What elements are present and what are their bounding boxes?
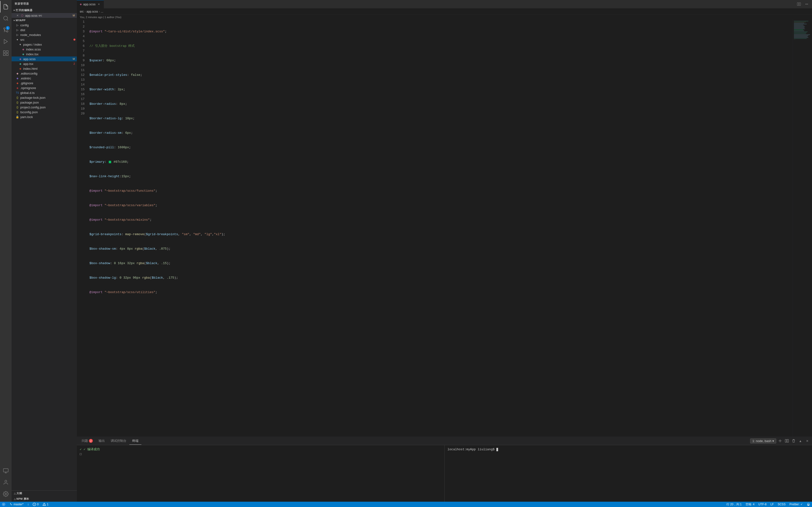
tab-close-btn[interactable]: ✕ [97,2,101,6]
tree-item-npmignore[interactable]: ◈ .npmignore [12,86,77,90]
code-line-7: $border-radius-lg: 10px; [89,116,406,121]
tree-label-npmignore: .npmignore [20,86,36,90]
code-line-11: $nav-link-height:15px; [89,174,406,179]
code-line-9: $rounded-pill: 1600px; [89,145,406,150]
line-num-20: 20 [79,111,85,116]
breadcrumb-app-scss[interactable]: app.scss [87,10,98,13]
activity-bar-explorer[interactable] [0,1,12,12]
open-editors-chevron: ▾ [13,9,15,12]
tree-label-index-scss: index.scss [26,48,41,51]
tree-item-app-tsx[interactable]: ◈ app.tsx 2 [12,61,77,66]
tree-item-pages-index[interactable]: ▾ pages / index [12,42,77,47]
activity-bar-run[interactable] [0,36,12,47]
close-editor-btn[interactable]: ✕ [15,13,19,17]
svg-point-0 [4,16,7,20]
tree-label-config: config [20,23,29,27]
tree-label-index-tsx: index.tsx [26,52,39,56]
tree-label-editorconfig: .editorconfig [20,72,38,75]
code-line-3: $spacer: 60px; [89,58,406,63]
file-icon-package-json: {} [15,101,19,104]
file-icon-editorconfig: ◈ [15,71,19,75]
open-editor-path: src [39,14,42,17]
code-line-13: @import "~bootstrap/scss/variables"; [89,203,406,208]
file-icon-index-html: ◈ [18,67,22,70]
tree-item-gitignore[interactable]: ◈ .gitignore [12,80,77,86]
code-content[interactable]: @import "~taro-ui/dist/style/index.scss"… [89,19,406,253]
code-line-14: @import "~bootstrap/scss/mixins"; [89,218,406,222]
svg-rect-5 [3,51,5,53]
tree-item-config[interactable]: ▷ config [12,23,77,27]
tree-item-eslintrc[interactable]: ◈ .eslintrc [12,76,77,80]
breadcrumb-more[interactable]: ... [101,10,103,13]
line-num-9: 9 [79,58,85,63]
file-icon-npmignore: ◈ [15,86,19,90]
tree-item-package-json[interactable]: {} package.json [12,100,77,105]
code-editor[interactable]: 1 2 3 4 5 6 7 8 9 10 11 12 13 14 15 16 1… [77,19,406,253]
app-scss-badge: M [73,57,75,60]
app-tsx-badge: 2 [73,62,75,65]
src-error-dot [73,39,75,41]
tree-item-node-modules[interactable]: ▷ node_modules [12,32,77,37]
tree-item-tsconfig-json[interactable]: {} tsconfig.json [12,110,77,114]
line-num-4: 4 [79,34,85,39]
tree-item-editorconfig[interactable]: ◈ .editorconfig [12,71,77,76]
tree-label-dist: dist [20,28,25,32]
breadcrumb: src › app.scss › ... [77,8,406,15]
svg-line-1 [7,19,8,20]
tree-label-app-tsx: app.tsx [23,62,33,66]
line-num-10: 10 [79,63,85,68]
activity-bar-extensions[interactable] [0,47,12,59]
tree-label-gitignore: .gitignore [20,81,33,85]
tree-item-global-d-ts[interactable]: TS global.d.ts [12,90,77,95]
file-icon-scss: ⬡ [20,13,24,17]
myapp-section-header[interactable]: ▾ MYAPP [12,18,77,23]
file-icon-package-lock-json: {} [15,96,19,100]
activity-bar-search[interactable] [0,12,12,24]
line-num-6: 6 [79,44,85,49]
folder-icon-pages: ▾ [18,43,22,46]
myapp-chevron: ▾ [13,19,15,22]
tree-label-index-html: index.html [23,67,38,70]
file-icon-app-scss: ◈ [18,57,22,61]
code-line-6: $border-radius: 8px; [89,102,406,107]
file-icon-global-d-ts: TS [15,91,19,95]
svg-rect-6 [6,51,8,53]
tab-label: app.scss [83,2,95,6]
tree-label-eslintrc: .eslintrc [20,76,31,80]
tree-item-app-scss[interactable]: ◈ app.scss M [12,56,77,61]
line-numbers: 1 2 3 4 5 6 7 8 9 10 11 12 13 14 15 16 1… [77,19,89,253]
tree-item-package-lock-json[interactable]: {} package-lock.json [12,95,77,100]
open-editors-label: 打开的编辑器 [16,8,33,12]
code-line-12: @import "~bootstrap/scss/functions"; [89,188,406,193]
tree-label-yarn-lock: yarn.lock [20,115,33,119]
svg-marker-4 [4,39,7,44]
file-icon-gitignore: ◈ [15,81,19,85]
code-line-5: $border-width: 2px; [89,87,406,92]
line-num-13: 13 [79,77,85,82]
tree-item-dist[interactable]: ▷ dist [12,27,77,32]
tree-item-index-scss[interactable]: ◈ index.scss [12,47,77,52]
file-icon-eslintrc: ◈ [15,76,19,80]
tabs-bar: ◈ app.scss ✕ [77,0,406,8]
folder-icon-src: ▾ [15,38,19,42]
open-editor-item-app-scss[interactable]: ✕ ⬡ app.scss src M [12,13,77,18]
tree-label-node-modules: node_modules [20,33,41,37]
tree-item-index-html[interactable]: ◈ index.html [12,66,77,71]
sidebar-title: 资源管理器 [12,0,77,7]
folder-icon-dist: ▷ [15,28,19,32]
file-icon-index-tsx: ◈ [21,52,25,56]
line-num-7: 7 [79,49,85,53]
tab-app-scss[interactable]: ◈ app.scss ✕ [77,0,104,8]
breadcrumb-src[interactable]: src [80,10,84,13]
code-line-8: $border-radius-sm: 6px; [89,131,406,135]
tree-item-index-tsx[interactable]: ◈ index.tsx [12,52,77,56]
line-num-11: 11 [79,68,85,73]
tree-item-src[interactable]: ▾ src [12,37,77,42]
tree-item-project-config-json[interactable]: {} project.config.json [12,105,77,110]
svg-rect-8 [6,54,8,56]
open-editors-header[interactable]: ▾ 打开的编辑器 [12,7,77,13]
activity-bar-source-control[interactable]: 1 [0,24,12,36]
color-swatch [109,161,111,163]
svg-point-2 [6,31,8,32]
tree-item-yarn-lock[interactable]: 🔒 yarn.lock [12,114,77,119]
